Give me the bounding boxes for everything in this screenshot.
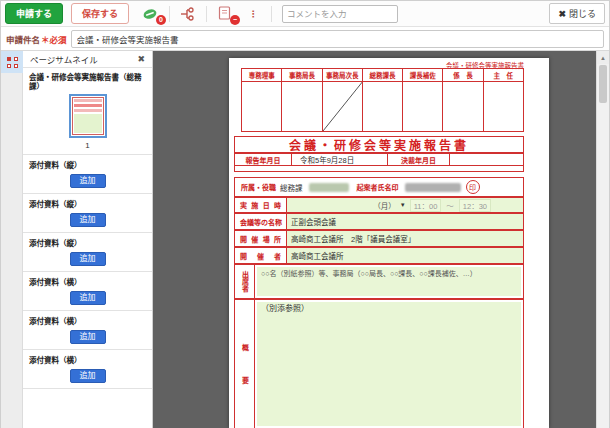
subject-label: 申請件名	[6, 33, 40, 45]
add-attachment-button[interactable]: 追加	[70, 213, 106, 227]
vertical-scrollbar[interactable]: ▲	[596, 51, 609, 428]
summary-field[interactable]: （別添参照）	[257, 302, 521, 426]
toolbar-separator	[169, 6, 170, 22]
approval-cell	[403, 82, 442, 131]
panel-header: ページサムネイル ✖	[23, 51, 152, 68]
summary-row: 概要 （別添参照）	[234, 299, 524, 428]
approval-cell	[282, 82, 321, 131]
approval-col-header: 主 任	[484, 69, 523, 82]
add-attachment-button[interactable]: 追加	[70, 174, 106, 188]
submit-button[interactable]: 申請する	[5, 3, 63, 24]
comment-input[interactable]	[282, 5, 398, 23]
panel-close-icon[interactable]: ✖	[137, 55, 145, 64]
attachment-slot: 添付資料（横） 追加	[23, 311, 152, 350]
left-rail	[1, 51, 23, 428]
document-viewer: 会議・研修会等実施報告書 専務理事 事務局長 事務局次長 総務課長 課長補佐 係…	[153, 51, 609, 428]
approval-stamp-table: 専務理事 事務局長 事務局次長 総務課長 課長補佐 係 長 主 任	[241, 68, 524, 132]
required-badge: ＊必須	[41, 33, 67, 45]
attachment-label: 添付資料（横）	[23, 276, 152, 287]
affiliation-row: 所属・役職 総務課 起案者氏名印 印	[234, 177, 524, 197]
spacer-row	[234, 166, 524, 172]
host-field[interactable]: 高崎商工会議所	[287, 248, 523, 263]
more-menu-icon[interactable]: ⋮	[242, 4, 264, 24]
remove-badge: −	[230, 15, 240, 25]
attachment-label: 添付資料（横）	[23, 315, 152, 326]
approval-col-header: 事務局長	[282, 69, 321, 82]
approval-col-header: 専務理事	[242, 69, 281, 82]
add-attachment-button[interactable]: 追加	[70, 369, 106, 383]
attachment-label: 添付資料（縦）	[23, 159, 152, 170]
approval-col-header: 課長補佐	[403, 69, 442, 82]
affiliation-label: 所属・役職	[235, 182, 280, 192]
attendees-label: 出席者	[235, 265, 255, 298]
subject-row: 申請件名 ＊必須	[1, 27, 609, 51]
redacted-text	[309, 183, 349, 192]
content-area: ページサムネイル ✖ 会議・研修会等実施報告書（総務課） 1 添付資料（縦） 追…	[1, 51, 609, 428]
host-row: 開催者 高崎商工会議所	[234, 247, 524, 264]
meeting-name-field[interactable]: 正副会頭会議	[287, 214, 523, 229]
form-title: 会議・研修会等実施報告書	[234, 136, 524, 153]
place-row: 開催場所 高崎商工会議所 2階「議員会議室」	[234, 230, 524, 247]
attachment-label: 添付資料（縦）	[23, 198, 152, 209]
remove-document-icon[interactable]: −	[214, 4, 236, 24]
page-thumbnail[interactable]	[69, 94, 107, 138]
workflow-route-icon[interactable]	[177, 4, 199, 24]
approval-cell-skipped	[323, 82, 362, 131]
meeting-name-row: 会議等の名称 正副会頭会議	[234, 213, 524, 230]
redacted-name	[405, 183, 461, 192]
datetime-label: 実施日時	[235, 198, 287, 212]
report-date-value: 令和5年9月28日	[292, 154, 388, 165]
approval-col-header: 総務課長	[363, 69, 402, 82]
date-row: 報告年月日 令和5年9月28日 決裁年月日	[234, 153, 524, 166]
thumbnail-sidebar: ページサムネイル ✖ 会議・研修会等実施報告書（総務課） 1 添付資料（縦） 追…	[23, 51, 153, 428]
approval-status-icon[interactable]: 0	[140, 4, 162, 24]
close-button[interactable]: ✖ 閉じる	[549, 3, 605, 24]
thumbnail-panel-toggle[interactable]	[1, 51, 23, 73]
document-page: 会議・研修会等実施報告書 専務理事 事務局長 事務局次長 総務課長 課長補佐 係…	[229, 58, 549, 428]
add-attachment-button[interactable]: 追加	[70, 252, 106, 266]
approval-cell	[242, 82, 281, 131]
report-date-label: 報告年月日	[235, 154, 292, 165]
close-label: 閉じる	[569, 7, 596, 20]
toolbar-separator	[271, 6, 272, 22]
meeting-name-label: 会議等の名称	[235, 214, 287, 229]
attachment-slot: 添付資料（縦） 追加	[23, 194, 152, 233]
drafter-label: 起案者氏名印	[357, 182, 399, 192]
page-thumbnail-wrap: 1	[23, 94, 152, 150]
page-number: 1	[23, 141, 152, 150]
attendees-row: 出席者 ○○名（別紙参照）等、事務局（○○局長、○○課長、○○課長補佐、…）	[234, 264, 524, 299]
decision-date-value	[450, 154, 523, 165]
end-time-field[interactable]: 12：30	[459, 199, 491, 212]
place-label: 開催場所	[235, 231, 287, 246]
subject-input[interactable]	[71, 30, 604, 48]
attachment-slot: 添付資料（縦） 追加	[23, 233, 152, 272]
decision-date-label: 決裁年月日	[388, 154, 450, 165]
scroll-up-arrow[interactable]: ▲	[597, 51, 609, 64]
toolbar: 申請する 保存する 0	[1, 1, 609, 27]
start-time-field[interactable]: 11：00	[410, 199, 442, 212]
app-window: 申請する 保存する 0	[0, 0, 610, 428]
datetime-field[interactable]: （月） ▼ 11：00 ～ 12：30	[287, 198, 523, 212]
panel-title: ページサムネイル	[30, 53, 98, 65]
attachment-slot: 添付資料（縦） 追加	[23, 155, 152, 194]
approval-col-header: 係 長	[443, 69, 482, 82]
attachment-slot: 添付資料（横） 追加	[23, 272, 152, 311]
add-attachment-button[interactable]: 追加	[70, 291, 106, 305]
thumbnail-grid-icon	[7, 57, 18, 68]
scrollbar-thumb[interactable]	[599, 65, 607, 103]
place-field[interactable]: 高崎商工会議所 2階「議員会議室」	[287, 231, 523, 246]
datetime-row: 実施日時 （月） ▼ 11：00 ～ 12：30	[234, 197, 524, 213]
add-attachment-button[interactable]: 追加	[70, 330, 106, 344]
diagonal-strike-line	[323, 82, 362, 131]
approval-cell	[443, 82, 482, 131]
sidebar-document-title: 会議・研修会等実施報告書（総務課）	[23, 68, 152, 94]
approval-cell	[484, 82, 523, 131]
affiliation-value: 総務課	[280, 182, 303, 193]
close-x-icon: ✖	[558, 9, 566, 19]
approval-cell	[363, 82, 402, 131]
save-button[interactable]: 保存する	[71, 3, 129, 24]
weekday-select[interactable]: （月）	[373, 200, 396, 211]
time-range-tilde: ～	[446, 200, 454, 211]
stamp-seal: 印	[466, 180, 480, 194]
attendees-field[interactable]: ○○名（別紙参照）等、事務局（○○局長、○○課長、○○課長補佐、…）	[257, 267, 521, 296]
